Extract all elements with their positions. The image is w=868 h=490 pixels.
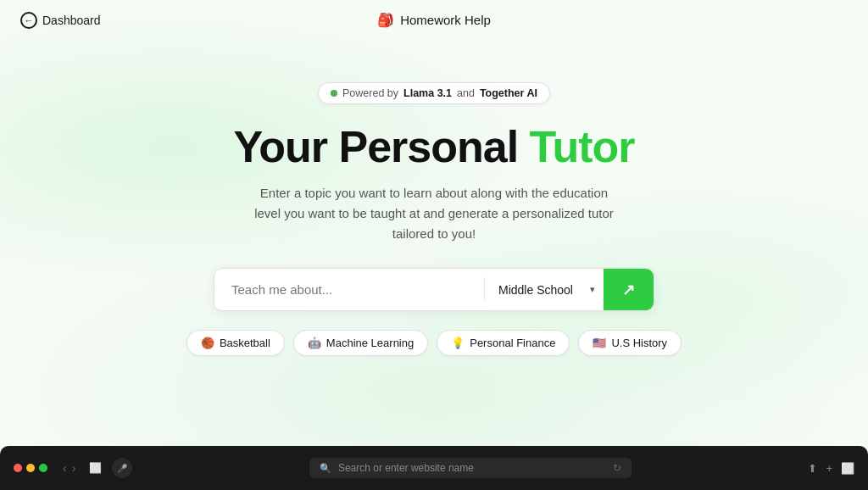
ml-emoji: 🤖 bbox=[308, 337, 321, 349]
maximize-dot[interactable] bbox=[39, 464, 47, 472]
browser-url-bar[interactable]: 🔍 Search or enter website name ↻ bbox=[309, 458, 632, 478]
tag-us-history[interactable]: 🇺🇸 U.S History bbox=[578, 330, 682, 356]
ml-label: Machine Learning bbox=[326, 337, 414, 349]
history-label: U.S History bbox=[611, 337, 667, 349]
close-dot[interactable] bbox=[14, 464, 22, 472]
quick-tags: 🏀 Basketball 🤖 Machine Learning 💡 Person… bbox=[186, 330, 682, 356]
browser-dots bbox=[14, 464, 47, 472]
heading-part2: Tutor bbox=[530, 122, 635, 171]
together-label: Together AI bbox=[480, 87, 537, 99]
new-tab-icon[interactable]: + bbox=[826, 462, 832, 475]
app-title: 🎒 Homework Help bbox=[377, 12, 491, 28]
basketball-emoji: 🏀 bbox=[201, 337, 214, 349]
browser-actions: ⬆ + ⬜ bbox=[808, 462, 854, 475]
browser-tab-controls: ⬜ bbox=[89, 462, 102, 474]
search-row: Elementary Middle School High School Col… bbox=[214, 268, 654, 311]
history-emoji: 🇺🇸 bbox=[593, 337, 606, 349]
powered-by-badge: Powered by Llama 3.1 and Together AI bbox=[318, 82, 550, 104]
level-select[interactable]: Elementary Middle School High School Col… bbox=[485, 270, 604, 310]
browser-bar: ‹ › ⬜ 🎤 🔍 Search or enter website name ↻… bbox=[0, 446, 868, 490]
browser-forward-button[interactable]: › bbox=[72, 461, 76, 475]
and-label: and bbox=[457, 87, 475, 99]
microphone-icon[interactable]: 🎤 bbox=[112, 458, 132, 478]
topbar: ← Dashboard 🎒 Homework Help bbox=[0, 0, 868, 40]
url-text: Search or enter website name bbox=[338, 462, 606, 474]
dashboard-link[interactable]: ← Dashboard bbox=[20, 12, 101, 29]
hero-section: Powered by Llama 3.1 and Together AI You… bbox=[186, 82, 682, 356]
share-icon[interactable]: ⬆ bbox=[808, 462, 817, 475]
llama-label: Llama 3.1 bbox=[403, 87, 452, 99]
app-title-text: Homework Help bbox=[400, 13, 491, 27]
dashboard-label: Dashboard bbox=[42, 14, 101, 27]
status-dot bbox=[331, 90, 337, 97]
heading-part1: Your Personal bbox=[233, 122, 529, 171]
extensions-icon[interactable]: ⬜ bbox=[841, 462, 854, 475]
search-input[interactable] bbox=[214, 269, 484, 310]
arrow-icon: ↗ bbox=[622, 281, 635, 299]
finance-label: Personal Finance bbox=[470, 337, 555, 349]
app-icon: 🎒 bbox=[377, 12, 394, 28]
search-icon: 🔍 bbox=[320, 463, 331, 474]
basketball-label: Basketball bbox=[220, 337, 270, 349]
tag-personal-finance[interactable]: 💡 Personal Finance bbox=[437, 330, 570, 356]
finance-emoji: 💡 bbox=[451, 337, 465, 349]
tag-machine-learning[interactable]: 🤖 Machine Learning bbox=[293, 330, 428, 356]
tab-icon: ⬜ bbox=[89, 462, 102, 474]
tag-basketball[interactable]: 🏀 Basketball bbox=[186, 330, 285, 356]
level-select-wrapper: Elementary Middle School High School Col… bbox=[485, 269, 604, 310]
subtitle: Enter a topic you want to learn about al… bbox=[248, 183, 620, 244]
powered-prefix: Powered by bbox=[342, 87, 398, 99]
refresh-icon[interactable]: ↻ bbox=[613, 462, 621, 474]
browser-nav: ‹ › bbox=[63, 461, 75, 475]
back-icon: ← bbox=[20, 12, 37, 29]
main-heading: Your Personal Tutor bbox=[233, 123, 634, 171]
browser-back-button[interactable]: ‹ bbox=[63, 461, 67, 475]
minimize-dot[interactable] bbox=[26, 464, 35, 472]
submit-button[interactable]: ↗ bbox=[604, 269, 654, 310]
